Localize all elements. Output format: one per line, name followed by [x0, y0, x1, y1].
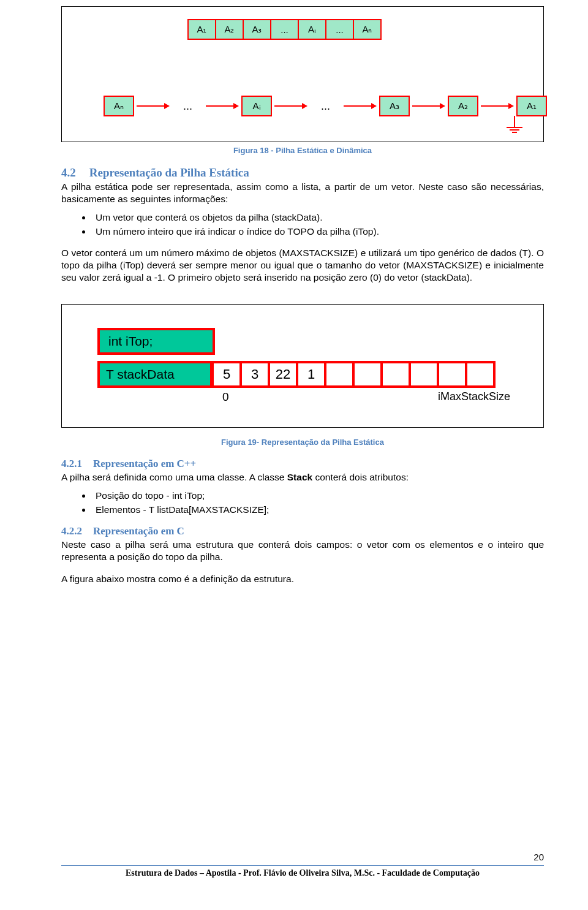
arrow-icon [137, 103, 170, 109]
heading-number: 4.2.1 [61, 458, 82, 469]
figure-18-frame: A₁ A₂ A₃ ... Aᵢ ... Aₙ Aₙ ... Aᵢ ... A₃ … [61, 6, 544, 142]
array-cell: ... [326, 20, 354, 39]
data-cell [465, 361, 496, 388]
list-node: A₂ [448, 96, 478, 116]
figure-18-caption: Figura 18 - Pilha Estática e Dinâmica [61, 146, 544, 155]
axis-max: iMaxStackSize [438, 390, 510, 403]
heading-number: 4.2.2 [61, 525, 82, 537]
paragraph: Neste caso a pilha será uma estrutura qu… [61, 539, 544, 563]
stackdata-cells: 5 3 22 1 [211, 361, 496, 388]
heading-title: Representação em C [93, 525, 184, 537]
arrow-icon [206, 103, 239, 109]
ellipsis: ... [321, 100, 330, 113]
footer: Estrutura de Dados – Apostila - Prof. Fl… [61, 865, 544, 878]
data-cell [409, 361, 437, 388]
data-cell: 22 [268, 361, 296, 388]
list-node: A₃ [379, 96, 410, 116]
list-item: Posição do topo - int iTop; [92, 490, 544, 502]
arrow-icon [344, 103, 377, 109]
paragraph: A pilha será definida como uma uma class… [61, 471, 544, 483]
itop-box: int iTop; [97, 328, 215, 355]
ellipsis: ... [183, 100, 192, 113]
array-cell: A₁ [189, 20, 216, 39]
array-cell: A₂ [216, 20, 244, 39]
linked-list: Aₙ ... Aᵢ ... A₃ A₂ A₁ [104, 96, 531, 116]
arrow-icon [412, 103, 445, 109]
heading-title: Representação em C++ [93, 458, 196, 469]
figure-19-caption: Figura 19- Representação da Pilha Estáti… [61, 438, 544, 447]
data-cell: 1 [296, 361, 324, 388]
arrow-icon [274, 103, 307, 109]
heading-4-2: 4.2Representação da Pilha Estática [61, 166, 544, 180]
bullet-list: Posição do topo - int iTop; Elementos - … [61, 490, 544, 517]
data-cell: 3 [239, 361, 268, 388]
array-cell: A₃ [244, 20, 271, 39]
data-cell: 5 [211, 361, 239, 388]
heading-title: Representação da Pilha Estática [89, 166, 249, 179]
heading-4-2-2: 4.2.2Representação em C [61, 525, 544, 537]
list-node: A₁ [516, 96, 547, 116]
data-cell [437, 361, 465, 388]
heading-4-2-1: 4.2.1Representação em C++ [61, 458, 544, 470]
array-cell: Aₙ [354, 20, 380, 39]
axis-zero: 0 [222, 390, 229, 404]
data-cell [352, 361, 380, 388]
figure-19-frame: int iTop; T stackData 5 3 22 1 0 iMaxSta… [61, 304, 544, 428]
list-node: Aᵢ [241, 96, 272, 116]
list-item: Elementos - T listData[MAXSTACKSIZE]; [92, 504, 544, 517]
paragraph: O vetor conterá um um número máximo de o… [61, 247, 544, 284]
array-cell: ... [271, 20, 299, 39]
static-array: A₁ A₂ A₃ ... Aᵢ ... Aₙ [187, 19, 382, 40]
data-cell [380, 361, 409, 388]
arrow-icon [481, 103, 514, 109]
list-item: Um vetor que conterá os objetos da pilha… [92, 211, 544, 224]
stackdata-label: T stackData [97, 361, 213, 388]
page-number: 20 [533, 852, 544, 862]
heading-number: 4.2 [61, 166, 76, 179]
array-cell: Aᵢ [299, 20, 326, 39]
list-item: Um número inteiro que irá indicar o índi… [92, 226, 544, 238]
paragraph: A figura abaixo mostra como é a definiçã… [61, 573, 544, 585]
ground-icon [505, 116, 524, 133]
data-cell [324, 361, 352, 388]
paragraph: A pilha estática pode ser representada, … [61, 181, 544, 205]
list-node: Aₙ [104, 96, 134, 116]
bullet-list: Um vetor que conterá os objetos da pilha… [61, 211, 544, 238]
